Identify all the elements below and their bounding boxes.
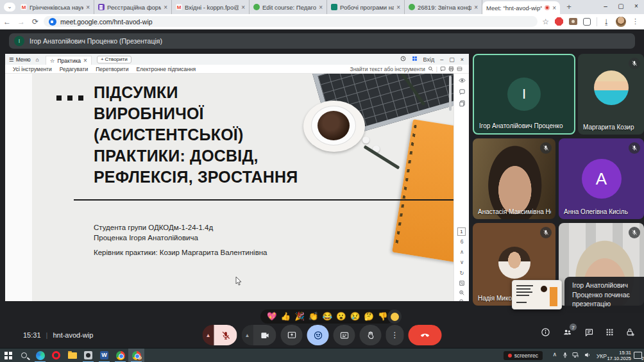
previous-page-icon[interactable]: ∧ [454,249,469,255]
tab-close-icon[interactable]: × [241,4,245,11]
new-tab-button[interactable]: + [563,2,575,14]
reaction-clap[interactable]: 👏 [309,309,319,324]
reaction-surprised[interactable]: 😮 [336,309,346,324]
menu-all-tools[interactable]: Усі інструменти [13,66,52,72]
menu-edit[interactable]: Редагувати [60,66,88,72]
browser-menu-icon[interactable]: ⋮ [632,17,639,26]
apps-grid-icon[interactable] [412,56,418,63]
start-button[interactable] [0,349,16,362]
tab-close-icon[interactable]: × [396,4,400,11]
camera-options-chevron[interactable]: ▲ [242,325,253,345]
tab-close-icon[interactable]: × [474,4,478,11]
tab-close-icon[interactable]: × [319,4,323,11]
taskbar-chrome[interactable] [112,349,128,362]
tray-mic-icon[interactable] [562,351,568,359]
profile-avatar[interactable] [616,17,626,27]
back-button[interactable]: ← [0,17,14,26]
acrobat-close-button[interactable]: × [461,56,464,63]
end-call-button[interactable] [409,325,442,345]
present-screen-button[interactable] [281,325,303,345]
reaction-heart[interactable]: 💖 [267,309,277,324]
reaction-thumbs-down[interactable]: 👎 [378,309,388,324]
create-button[interactable]: + Створити [97,56,131,63]
scrollbar[interactable] [449,76,452,111]
taskbar-opera[interactable] [48,349,64,362]
url-field[interactable]: meet.google.com/hnt-avod-wip [44,16,538,27]
tray-clock[interactable]: 15:31 17.10.2025 [602,350,631,361]
acrobat-minimize-button[interactable]: – [440,56,443,63]
screenshot-extension-icon[interactable] [569,18,577,25]
tab-5[interactable]: Робочі програми навчальни... × [327,0,405,14]
tray-volume-icon[interactable] [584,351,591,359]
mic-muted-button[interactable] [214,325,237,345]
eye-icon[interactable] [454,77,469,84]
taskbar-camera-app[interactable] [80,349,96,362]
tray-network-icon[interactable] [572,351,580,359]
reload-button[interactable]: ⟳ [28,17,42,26]
more-options-button[interactable]: ⋮ [386,325,404,345]
taskbar-word[interactable]: W [96,349,112,362]
window-maximize-button[interactable]: ▢ [613,0,629,14]
tab-3[interactable]: Вхідні - koppn.fpo@kubg.edu... × [172,0,250,14]
tab-close-icon[interactable]: × [552,4,556,12]
skin-tone-selector[interactable] [387,309,402,324]
menu-convert[interactable]: Перетворити [96,66,128,72]
activities-icon[interactable] [606,328,614,336]
zoom-out-icon[interactable] [454,299,469,301]
zoom-in-icon[interactable] [454,290,469,296]
reaction-party[interactable]: 🎉 [294,309,305,324]
document-tab[interactable]: ☆ Практика × [46,56,92,65]
tab-6[interactable]: 26819: Звітна конференція | Е... × [405,0,482,14]
downloads-icon[interactable]: ⭳ [603,18,610,26]
next-page-icon[interactable]: ∨ [454,259,469,265]
participant-tile-kozyr[interactable]: Маргарита Козир [578,54,644,135]
raise-hand-button[interactable] [360,325,382,345]
chat-panel-icon[interactable] [584,327,594,337]
reaction-cry[interactable]: 😢 [350,309,360,324]
reactions-button[interactable] [307,325,329,345]
adblock-extension-icon[interactable] [555,17,563,26]
acrobat-menu-button[interactable]: ☰ Меню [9,56,31,63]
bookmark-star-icon[interactable]: ☆ [542,17,549,26]
menu-esign[interactable]: Електронне підписання [136,66,196,72]
home-icon[interactable]: ⌂ [36,56,39,63]
window-minimize-button[interactable]: – [598,0,613,14]
pages-panel-icon[interactable] [454,100,469,107]
acrobat-maximize-button[interactable]: ▢ [449,56,455,63]
page-number-input[interactable]: 1 [457,227,466,236]
participant-tile-kysil[interactable]: А Анна Олегівна Кисіль [559,138,644,219]
screenrec-widget[interactable]: screenrec [504,351,543,360]
tab-close-icon[interactable]: × [164,4,167,11]
tab-1[interactable]: Грінченківська наукова шко... × [17,0,94,14]
signin-button[interactable]: Вхід [423,56,435,63]
camera-button[interactable] [253,325,276,345]
find-tools-search[interactable]: Знайти текст або інструменти | [350,66,469,72]
meeting-details-icon[interactable] [541,327,550,337]
forward-button[interactable]: → [14,17,28,26]
reaction-laugh[interactable]: 😂 [322,309,332,324]
reaction-thumbs-up[interactable]: 👍 [281,309,291,324]
reaction-thinking[interactable]: 🤔 [364,309,374,324]
extensions-icon[interactable] [583,18,591,26]
mic-options-chevron[interactable]: ▲ [203,325,214,345]
tab-search-button[interactable]: ⌄ [4,3,15,12]
tab-close-icon[interactable]: × [86,4,90,11]
taskbar-explorer[interactable] [64,349,80,362]
fit-page-icon[interactable] [454,280,469,286]
tab-4[interactable]: Edit course: Педагогіка та пси... × [250,0,327,14]
people-panel-icon[interactable]: 7 [562,327,573,337]
rotate-page-icon[interactable]: ↻ [454,270,469,276]
comment-panel-icon[interactable] [454,88,469,95]
participant-tile-anastasiia[interactable]: Анастасія Максимівна Не... [473,138,555,219]
tray-expand-icon[interactable]: ∧ [552,351,557,358]
doc-tab-close-icon[interactable]: × [83,57,87,64]
taskbar-edge[interactable] [32,349,48,362]
tab-2[interactable]: Реєстраційна форма учасник... × [94,0,172,14]
tab-meet-active[interactable]: Meet: "hnt-avod-wip" × [482,1,560,14]
participant-tile-protsenko[interactable]: I Ігор Анатолійович Проценко [473,54,575,135]
host-controls-icon[interactable] [625,327,635,337]
taskbar-search-button[interactable] [16,349,32,362]
taskbar-chrome-active[interactable] [128,349,144,362]
action-center-icon[interactable]: 2 [634,352,642,359]
window-close-button[interactable]: × [629,0,644,14]
